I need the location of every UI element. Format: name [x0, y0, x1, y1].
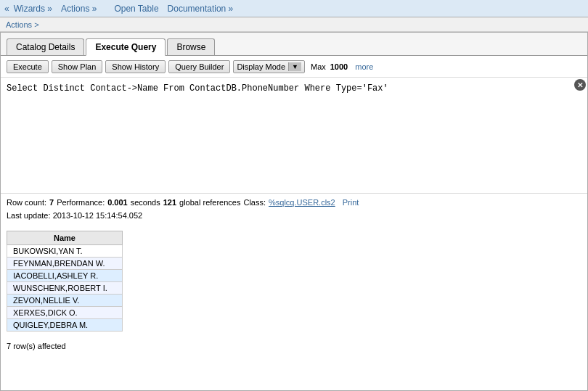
tab-catalog-details[interactable]: Catalog Details	[7, 38, 84, 55]
max-label: Max	[311, 62, 326, 71]
display-mode-dropdown-icon[interactable]: ▼	[288, 62, 301, 71]
column-header-name: Name	[7, 231, 123, 245]
top-nav: « Wizards » Actions » Open Table Documen…	[0, 0, 588, 17]
nav-open-table[interactable]: Open Table	[114, 4, 158, 14]
tab-execute-query[interactable]: Execute Query	[86, 38, 166, 56]
execute-button[interactable]: Execute	[7, 60, 49, 73]
max-value: 1000	[330, 62, 348, 71]
performance-unit: seconds	[131, 197, 160, 210]
toolbar: Execute Show Plan Show History Query Bui…	[1, 56, 587, 78]
last-update-label: Last update:	[7, 211, 51, 220]
table-row[interactable]: IACOBELLI,ASHLEY R.	[7, 270, 123, 282]
affected-text: 7 row(s) affected	[1, 337, 587, 355]
tab-bar: Catalog Details Execute Query Browse	[1, 33, 587, 56]
performance-label: Performance:	[57, 197, 105, 210]
global-refs-label: global references	[179, 197, 240, 210]
table-row[interactable]: FEYNMAN,BRENDAN W.	[7, 258, 123, 270]
global-refs-value: 121	[163, 197, 176, 210]
show-plan-button[interactable]: Show Plan	[52, 60, 103, 73]
stats-row2: Last update: 2013-10-12 15:14:54.052	[7, 210, 581, 223]
table-row[interactable]: BUKOWSKI,YAN T.	[7, 245, 123, 258]
query-builder-button[interactable]: Query Builder	[168, 60, 230, 73]
close-query-button[interactable]: ✕	[574, 79, 586, 91]
show-history-button[interactable]: Show History	[105, 60, 166, 73]
table-row[interactable]: ZEVON,NELLIE V.	[7, 295, 123, 307]
display-mode-button[interactable]: Display Mode ▼	[233, 60, 305, 73]
results-table: Name BUKOWSKI,YAN T.FEYNMAN,BRENDAN W.IA…	[7, 231, 123, 332]
performance-value: 0.001	[107, 197, 128, 210]
print-link[interactable]: Print	[343, 197, 359, 210]
breadcrumb: Actions >	[0, 17, 588, 32]
nav-documentation[interactable]: Documentation »	[168, 4, 234, 14]
tab-browse[interactable]: Browse	[167, 38, 215, 55]
table-row[interactable]: QUIGLEY,DEBRA M.	[7, 319, 123, 332]
last-update-value: 2013-10-12 15:14:54.052	[53, 211, 143, 220]
display-mode-label: Display Mode	[237, 62, 285, 71]
query-text[interactable]: Select Distinct Contact->Name From Conta…	[7, 82, 570, 95]
nav-actions[interactable]: Actions »	[61, 4, 97, 14]
more-link[interactable]: more	[355, 62, 373, 71]
nav-arrows-icon[interactable]: «	[4, 4, 9, 14]
class-label: Class:	[243, 197, 266, 210]
table-row[interactable]: WUNSCHENK,ROBERT I.	[7, 282, 123, 295]
main-content: Catalog Details Execute Query Browse Exe…	[0, 32, 588, 391]
stats-bar: Row count: 7 Performance: 0.001 seconds …	[1, 194, 587, 225]
nav-wizards[interactable]: Wizards »	[14, 4, 52, 14]
results-area: Name BUKOWSKI,YAN T.FEYNMAN,BRENDAN W.IA…	[1, 225, 587, 337]
row-count-label: Row count:	[7, 197, 46, 210]
row-count-value: 7	[49, 197, 54, 210]
table-row[interactable]: XERXES,DICK O.	[7, 307, 123, 319]
breadcrumb-text: Actions >	[6, 20, 39, 29]
class-link[interactable]: %sqlcq.USER.cls2	[269, 197, 335, 210]
query-container: Select Distinct Contact->Name From Conta…	[1, 78, 587, 194]
stats-row1: Row count: 7 Performance: 0.001 seconds …	[7, 197, 581, 210]
